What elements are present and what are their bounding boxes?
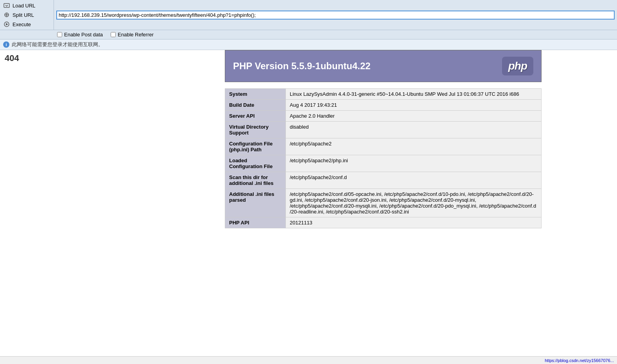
table-row: Configuration File (php.ini) Path/etc/ph… [225, 138, 542, 155]
main-content: 404 PHP Version 5.5.9-1ubuntu4.22 php Sy… [0, 50, 617, 324]
php-logo: php [502, 57, 533, 75]
phpinfo-label: PHP API [225, 217, 286, 228]
execute-icon [3, 21, 10, 28]
split-url-icon [3, 11, 10, 18]
phpinfo-panel: PHP Version 5.5.9-1ubuntu4.22 php System… [225, 50, 542, 228]
load-url-label: Load URL [13, 3, 36, 9]
phpinfo-value: Apache 2.0 Handler [286, 111, 542, 122]
table-row: Virtual Directory Supportdisabled [225, 122, 542, 138]
phpinfo-value: /etc/php5/apache2/php.ini [286, 155, 542, 172]
phpinfo-label: Loaded Configuration File [225, 155, 286, 172]
phpinfo-value: /etc/php5/apache2 [286, 138, 542, 155]
execute-button[interactable]: Execute [0, 20, 54, 29]
info-icon: i [3, 41, 9, 48]
split-url-label: Split URL [13, 12, 34, 18]
phpinfo-label: Virtual Directory Support [225, 122, 286, 138]
phpinfo-value: /etc/php5/apache2/conf.d/05-opcache.ini,… [286, 189, 542, 217]
enable-post-label[interactable]: Enable Post data [57, 32, 103, 38]
php-logo-text: php [508, 60, 527, 72]
phpinfo-value: Linux LazySysAdmin 4.4.0-31-generic #50~… [286, 89, 542, 100]
svg-rect-0 [4, 4, 9, 7]
table-row: Additional .ini files parsed/etc/php5/ap… [225, 189, 542, 217]
phpinfo-label: System [225, 89, 286, 100]
toolbar-row1: Load URL Split URL [0, 0, 617, 30]
phpinfo-value: disabled [286, 122, 542, 138]
toolbar-actions: Load URL Split URL [0, 0, 54, 30]
enable-post-text: Enable Post data [64, 32, 103, 38]
url-input[interactable] [56, 11, 615, 20]
url-input-area [54, 9, 617, 21]
phpinfo-label: Build Date [225, 100, 286, 111]
table-row: PHP API20121113 [225, 217, 542, 228]
phpinfo-label: Additional .ini files parsed [225, 189, 286, 217]
phpinfo-label: Configuration File (php.ini) Path [225, 138, 286, 155]
toolbar-row2: Enable Post data Enable Referrer [0, 30, 617, 39]
info-bar: i 此网络可能需要您登录才能使用互联网。 [0, 39, 617, 50]
table-row: Build DateAug 4 2017 19:43:21 [225, 100, 542, 111]
enable-post-checkbox[interactable] [57, 32, 62, 37]
php-version-heading: PHP Version 5.5.9-1ubuntu4.22 [233, 61, 371, 72]
table-row: Loaded Configuration File/etc/php5/apach… [225, 155, 542, 172]
enable-referrer-text: Enable Referrer [118, 32, 154, 38]
svg-marker-5 [6, 23, 8, 25]
toolbar: Load URL Split URL [0, 0, 617, 39]
split-url-button[interactable]: Split URL [0, 10, 54, 20]
table-row: Scan this dir for additional .ini files/… [225, 172, 542, 189]
table-row: Server APIApache 2.0 Handler [225, 111, 542, 122]
phpinfo-label: Server API [225, 111, 286, 122]
execute-label: Execute [13, 22, 31, 27]
enable-referrer-label[interactable]: Enable Referrer [111, 32, 154, 38]
info-bar-message: 此网络可能需要您登录才能使用互联网。 [12, 41, 103, 48]
phpinfo-table: SystemLinux LazySysAdmin 4.4.0-31-generi… [225, 88, 542, 228]
php-header: PHP Version 5.5.9-1ubuntu4.22 php [225, 50, 542, 82]
phpinfo-value: /etc/php5/apache2/conf.d [286, 172, 542, 189]
phpinfo-label: Scan this dir for additional .ini files [225, 172, 286, 189]
load-url-icon [3, 2, 10, 9]
phpinfo-value: Aug 4 2017 19:43:21 [286, 100, 542, 111]
enable-referrer-checkbox[interactable] [111, 32, 116, 37]
phpinfo-value: 20121113 [286, 217, 542, 228]
load-url-button[interactable]: Load URL [0, 1, 54, 10]
table-row: SystemLinux LazySysAdmin 4.4.0-31-generi… [225, 89, 542, 100]
